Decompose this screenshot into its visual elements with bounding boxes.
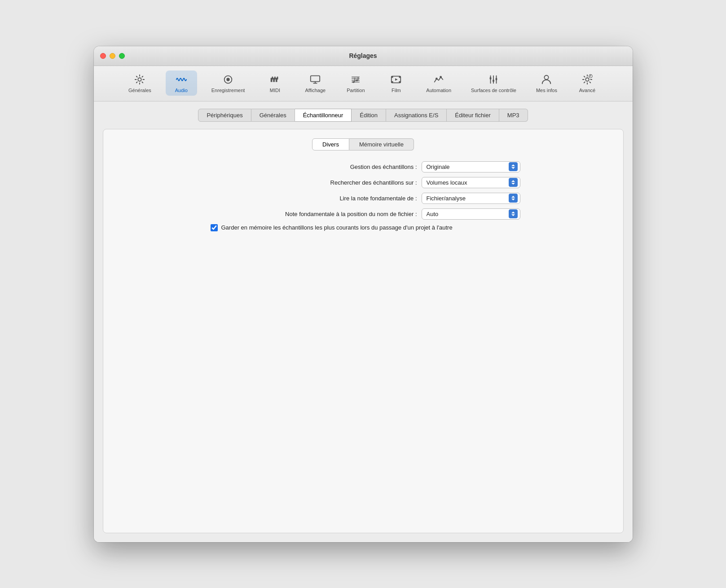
- svg-point-12: [356, 80, 358, 81]
- content-area: Périphériques Générales Échantillonneur …: [94, 102, 633, 542]
- partition-icon: [349, 73, 362, 86]
- svg-rect-7: [274, 76, 276, 80]
- subtab-editeur[interactable]: Éditeur fichier: [447, 109, 499, 122]
- svg-point-19: [436, 77, 438, 80]
- subtab-echantillonneur[interactable]: Échantillonneur: [295, 109, 352, 122]
- subtab-peripheriques[interactable]: Périphériques: [198, 109, 251, 122]
- svg-rect-16: [399, 76, 401, 78]
- innertab-divers[interactable]: Divers: [312, 138, 349, 150]
- select-wrapper-gestion: Originale Copie Déplacer: [422, 161, 520, 172]
- inner-tabs: Divers Mémoire virtuelle: [117, 138, 610, 150]
- checkbox-wrapper-garder: Garder en mémoire les échantillons les p…: [211, 224, 453, 231]
- svg-point-27: [545, 75, 549, 79]
- checkbox-garder[interactable]: [211, 224, 218, 231]
- toolbar-label-affichage: Affichage: [305, 88, 326, 93]
- select-wrapper-note: Auto Manuel Désactivé: [422, 208, 520, 220]
- advanced-icon: [581, 73, 594, 86]
- svg-point-10: [352, 81, 355, 83]
- checkbox-label-garder: Garder en mémoire les échantillons les p…: [221, 224, 453, 231]
- svg-rect-9: [311, 75, 320, 81]
- form-row-note: Note fondamentale à la position du nom d…: [206, 208, 520, 220]
- svg-point-0: [138, 78, 141, 81]
- svg-rect-8: [277, 76, 278, 80]
- svg-rect-24: [490, 77, 492, 80]
- titlebar: Réglages: [94, 46, 633, 66]
- midi-icon: [268, 73, 281, 86]
- toolbar-label-partition: Partition: [347, 88, 365, 93]
- label-rechercher: Rechercher des échantillons sur :: [330, 179, 417, 186]
- person-icon: [540, 73, 553, 86]
- record-icon: [222, 73, 234, 86]
- film-icon: [390, 73, 402, 86]
- toolbar-label-avance: Avancé: [579, 88, 596, 93]
- form-row-rechercher: Rechercher des échantillons sur : Volume…: [206, 177, 520, 188]
- toolbar-label-surfaces: Surfaces de contrôle: [471, 88, 516, 93]
- svg-rect-26: [496, 78, 497, 80]
- toolbar-label-mesinfos: Mes infos: [536, 88, 557, 93]
- subtabs: Périphériques Générales Échantillonneur …: [103, 109, 624, 122]
- toolbar-item-partition[interactable]: Partition: [340, 71, 371, 96]
- label-gestion: Gestion des échantillons :: [350, 164, 417, 170]
- toolbar-item-affichage[interactable]: Affichage: [299, 71, 331, 96]
- form-row-lire: Lire la note fondamentale de : Fichier/a…: [206, 193, 520, 204]
- toolbar-item-automation[interactable]: Automation: [421, 71, 457, 96]
- toolbar: Générales Audio Enregistrement: [94, 66, 633, 102]
- label-note: Note fondamentale à la position du nom d…: [285, 211, 417, 217]
- toolbar-item-enregistrement[interactable]: Enregistrement: [206, 71, 251, 96]
- toolbar-item-film[interactable]: Film: [380, 71, 412, 96]
- svg-rect-17: [392, 81, 393, 83]
- window-controls: [100, 53, 125, 59]
- subtab-generales[interactable]: Générales: [251, 109, 295, 122]
- form-row-gestion: Gestion des échantillons : Originale Cop…: [206, 161, 520, 172]
- toolbar-label-generales: Générales: [128, 88, 151, 93]
- select-gestion[interactable]: Originale Copie Déplacer: [422, 161, 520, 172]
- select-note[interactable]: Auto Manuel Désactivé: [422, 208, 520, 220]
- toolbar-label-enregistrement: Enregistrement: [211, 88, 245, 93]
- audio-wave-icon: [175, 73, 188, 86]
- svg-rect-25: [493, 80, 495, 82]
- toolbar-label-automation: Automation: [426, 88, 451, 93]
- gear-icon: [133, 73, 146, 86]
- maximize-button[interactable]: [119, 53, 125, 59]
- toolbar-label-midi: MIDI: [270, 88, 280, 93]
- svg-rect-18: [399, 81, 401, 83]
- checkbox-row-garder: Garder en mémoire les échantillons les p…: [206, 224, 520, 231]
- toolbar-item-avance[interactable]: Avancé: [572, 71, 603, 96]
- main-window: Réglages Générales Audio: [94, 46, 633, 542]
- toolbar-item-mesinfos[interactable]: Mes infos: [531, 71, 563, 96]
- svg-point-2: [226, 78, 229, 81]
- toolbar-item-generales[interactable]: Générales: [123, 71, 157, 96]
- toolbar-label-audio: Audio: [175, 88, 188, 93]
- subtab-edition[interactable]: Édition: [352, 109, 386, 122]
- svg-rect-15: [392, 76, 393, 78]
- toolbar-item-midi[interactable]: MIDI: [259, 71, 290, 96]
- window-title: Réglages: [349, 52, 377, 59]
- select-wrapper-lire: Fichier/analyse Fichier uniquement Analy…: [422, 193, 520, 204]
- form-section: Gestion des échantillons : Originale Cop…: [117, 161, 610, 231]
- subtab-assignations[interactable]: Assignations E/S: [386, 109, 447, 122]
- select-rechercher[interactable]: Volumes locaux Tous les volumes Dossier …: [422, 177, 520, 188]
- display-icon: [309, 73, 321, 86]
- toolbar-label-film: Film: [392, 88, 401, 93]
- svg-point-20: [440, 76, 442, 78]
- svg-point-28: [585, 78, 589, 81]
- subtab-mp3[interactable]: MP3: [499, 109, 528, 122]
- select-wrapper-rechercher: Volumes locaux Tous les volumes Dossier …: [422, 177, 520, 188]
- label-lire: Lire la note fondamentale de :: [339, 195, 417, 202]
- svg-rect-6: [272, 76, 273, 80]
- minimize-button[interactable]: [110, 53, 115, 59]
- select-lire[interactable]: Fichier/analyse Fichier uniquement Analy…: [422, 193, 520, 204]
- innertab-memoire[interactable]: Mémoire virtuelle: [349, 138, 414, 150]
- close-button[interactable]: [100, 53, 106, 59]
- toolbar-item-surfaces[interactable]: Surfaces de contrôle: [466, 71, 522, 96]
- surfaces-icon: [487, 73, 500, 86]
- automation-icon: [432, 73, 445, 86]
- toolbar-item-audio[interactable]: Audio: [166, 71, 197, 96]
- settings-panel: Divers Mémoire virtuelle Gestion des éch…: [103, 129, 624, 533]
